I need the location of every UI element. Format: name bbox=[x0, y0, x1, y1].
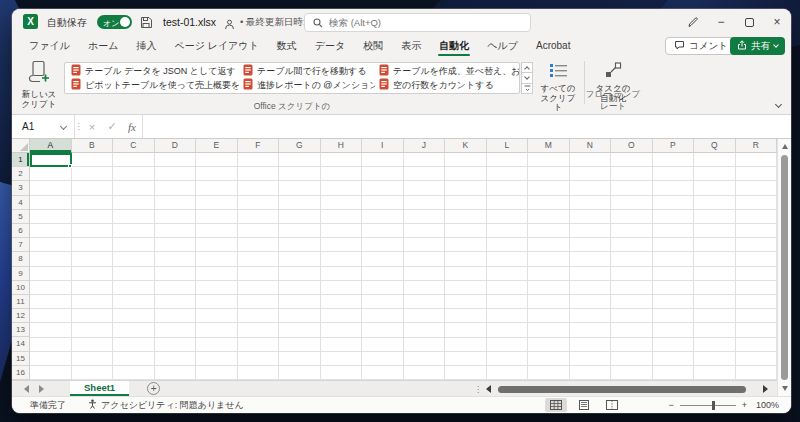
enter-entry-icon[interactable]: ✓ bbox=[102, 115, 122, 138]
prev-sheet-icon[interactable] bbox=[24, 385, 29, 393]
column-header-P[interactable]: P bbox=[653, 139, 695, 153]
column-header-E[interactable]: E bbox=[196, 139, 238, 153]
gallery-more-button[interactable] bbox=[521, 84, 533, 94]
row-header-2[interactable]: 2 bbox=[12, 167, 30, 181]
scroll-up-arrow[interactable] bbox=[782, 144, 788, 149]
tab-Acrobat[interactable]: Acrobat bbox=[527, 35, 579, 57]
row-header-13[interactable]: 13 bbox=[12, 323, 30, 337]
script-suggestion[interactable]: 進捗レポートの @メンション bbox=[239, 78, 375, 92]
scrollbar-resize-grip[interactable]: ⋮ bbox=[474, 381, 482, 397]
scroll-left-arrow[interactable] bbox=[486, 385, 491, 393]
row-header-7[interactable]: 7 bbox=[12, 238, 30, 252]
comments-button[interactable]: コメント bbox=[665, 37, 737, 55]
sheet-cells[interactable] bbox=[30, 153, 777, 381]
new-script-button[interactable]: 新しいスクリプト bbox=[16, 59, 62, 109]
column-header-L[interactable]: L bbox=[487, 139, 529, 153]
zoom-out-button[interactable]: − bbox=[668, 400, 673, 410]
search-input[interactable] bbox=[329, 17, 509, 28]
script-suggestion[interactable]: テーブルを作成、並べ替え、および書式設定 bbox=[375, 64, 519, 78]
page-layout-view-button[interactable] bbox=[573, 398, 595, 412]
tab-数式[interactable]: 数式 bbox=[268, 35, 306, 57]
gallery-scroll-up-button[interactable] bbox=[521, 62, 533, 73]
tab-データ[interactable]: データ bbox=[306, 35, 354, 57]
zoom-level[interactable]: 100% bbox=[756, 400, 779, 410]
accessibility-status[interactable]: アクセシビリティ: 問題ありません bbox=[88, 399, 244, 412]
row-header-11[interactable]: 11 bbox=[12, 295, 30, 309]
pen-icon[interactable] bbox=[679, 9, 707, 35]
page-break-preview-button[interactable] bbox=[601, 398, 623, 412]
horizontal-scrollbar[interactable] bbox=[484, 381, 774, 397]
column-header-F[interactable]: F bbox=[238, 139, 280, 153]
tab-ページ レイアウト[interactable]: ページ レイアウト bbox=[165, 35, 267, 57]
column-header-H[interactable]: H bbox=[321, 139, 363, 153]
row-header-12[interactable]: 12 bbox=[12, 309, 30, 323]
all-scripts-button[interactable]: すべてのスクリプト bbox=[538, 59, 578, 109]
column-header-B[interactable]: B bbox=[72, 139, 114, 153]
cancel-entry-icon[interactable]: × bbox=[82, 115, 102, 138]
zoom-slider-thumb[interactable] bbox=[712, 401, 715, 410]
document-title[interactable]: test-01.xlsx bbox=[163, 16, 216, 28]
row-header-14[interactable]: 14 bbox=[12, 337, 30, 351]
tab-ヘルプ[interactable]: ヘルプ bbox=[478, 35, 527, 57]
select-all-corner[interactable] bbox=[12, 139, 30, 153]
scroll-down-arrow[interactable] bbox=[782, 386, 788, 391]
insert-function-icon[interactable]: fx bbox=[122, 115, 142, 138]
maximize-button[interactable] bbox=[735, 9, 763, 35]
fill-handle[interactable] bbox=[68, 164, 72, 168]
script-suggestion[interactable]: 空の行数をカウントする bbox=[375, 78, 519, 92]
row-header-10[interactable]: 10 bbox=[12, 281, 30, 295]
gallery-scroll-down-button[interactable] bbox=[521, 73, 533, 83]
column-header-C[interactable]: C bbox=[113, 139, 155, 153]
column-header-D[interactable]: D bbox=[155, 139, 197, 153]
script-suggestion[interactable]: テーブル間で行を移動する bbox=[239, 64, 375, 78]
tab-表示[interactable]: 表示 bbox=[392, 35, 430, 57]
save-icon[interactable] bbox=[140, 15, 153, 33]
minimize-button[interactable]: − bbox=[707, 9, 735, 35]
name-box[interactable]: A1 bbox=[12, 115, 74, 138]
scroll-right-arrow[interactable] bbox=[763, 385, 768, 393]
row-header-3[interactable]: 3 bbox=[12, 181, 30, 195]
zoom-slider[interactable] bbox=[680, 405, 736, 406]
tab-ファイル[interactable]: ファイル bbox=[20, 35, 79, 57]
column-header-A[interactable]: A bbox=[30, 139, 72, 153]
autosave-toggle[interactable]: オン bbox=[97, 15, 132, 29]
row-header-16[interactable]: 16 bbox=[12, 366, 30, 380]
collapse-ribbon-icon[interactable] bbox=[775, 101, 782, 108]
close-button[interactable]: × bbox=[763, 9, 791, 35]
row-header-6[interactable]: 6 bbox=[12, 224, 30, 238]
row-header-9[interactable]: 9 bbox=[12, 267, 30, 281]
column-header-J[interactable]: J bbox=[404, 139, 446, 153]
search-box[interactable] bbox=[304, 13, 531, 32]
row-header-4[interactable]: 4 bbox=[12, 196, 30, 210]
column-header-N[interactable]: N bbox=[570, 139, 612, 153]
tab-挿入[interactable]: 挿入 bbox=[127, 35, 165, 57]
formula-bar-grip[interactable]: ⋮ bbox=[74, 115, 82, 138]
horizontal-scrollbar-thumb[interactable] bbox=[498, 386, 746, 393]
sheet-tab-sheet1[interactable]: Sheet1 bbox=[70, 381, 129, 396]
script-suggestion[interactable]: テーブル データを JSON として返す bbox=[67, 64, 239, 78]
column-header-M[interactable]: M bbox=[528, 139, 570, 153]
tab-自動化[interactable]: 自動化 bbox=[430, 35, 478, 57]
vertical-scrollbar[interactable] bbox=[777, 139, 791, 396]
normal-view-button[interactable] bbox=[545, 398, 567, 412]
column-header-O[interactable]: O bbox=[611, 139, 653, 153]
row-header-5[interactable]: 5 bbox=[12, 210, 30, 224]
tab-校閲[interactable]: 校閲 bbox=[354, 35, 392, 57]
active-cell[interactable] bbox=[30, 153, 72, 167]
formula-input[interactable] bbox=[142, 115, 791, 138]
script-suggestion[interactable]: ピボットテーブルを使って売上概要を生成する bbox=[67, 78, 239, 92]
column-header-I[interactable]: I bbox=[362, 139, 404, 153]
column-header-R[interactable]: R bbox=[736, 139, 778, 153]
share-button[interactable]: 共有 bbox=[730, 37, 785, 55]
add-sheet-button[interactable]: + bbox=[147, 382, 160, 395]
column-header-G[interactable]: G bbox=[279, 139, 321, 153]
vertical-scrollbar-thumb[interactable] bbox=[781, 155, 788, 380]
row-header-8[interactable]: 8 bbox=[12, 252, 30, 266]
row-header-1[interactable]: 1 bbox=[12, 153, 30, 167]
row-header-15[interactable]: 15 bbox=[12, 352, 30, 366]
zoom-in-button[interactable]: + bbox=[742, 400, 747, 410]
next-sheet-icon[interactable] bbox=[39, 385, 44, 393]
column-header-Q[interactable]: Q bbox=[694, 139, 736, 153]
tab-ホーム[interactable]: ホーム bbox=[79, 35, 127, 57]
column-header-K[interactable]: K bbox=[445, 139, 487, 153]
